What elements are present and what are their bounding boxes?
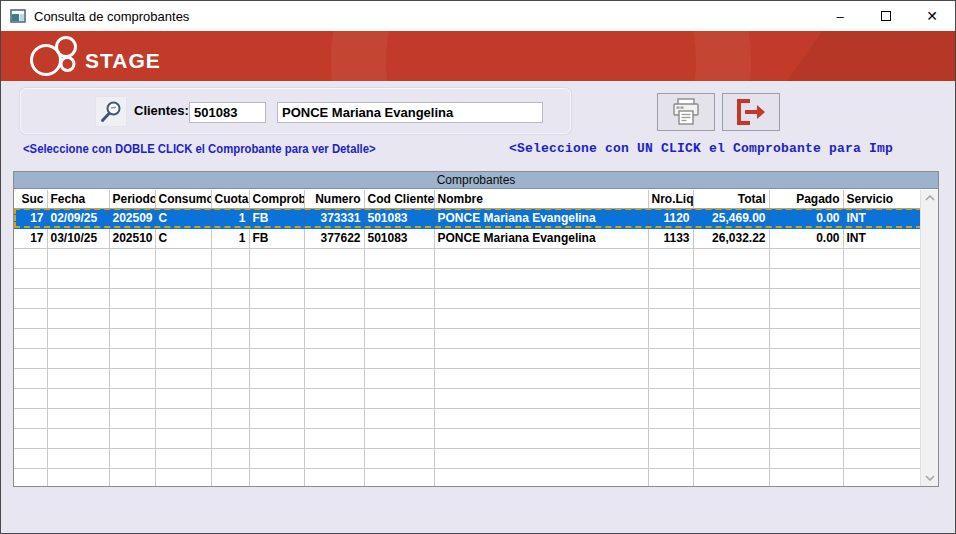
grid-cell[interactable]: 373331 (304, 208, 364, 228)
grid-cell[interactable] (109, 428, 155, 448)
grid-cell[interactable] (211, 328, 249, 348)
grid-empty-row[interactable] (14, 308, 920, 328)
grid-cell[interactable] (648, 448, 693, 468)
grid-empty-row[interactable] (14, 388, 920, 408)
grid-cell[interactable] (434, 348, 648, 368)
grid-cell[interactable] (843, 248, 920, 268)
grid-cell[interactable] (364, 468, 434, 486)
grid-row[interactable]: 1702/09/25202509C1FB373331501083PONCE Ma… (14, 208, 920, 228)
client-code-input[interactable] (189, 102, 266, 123)
grid-cell[interactable]: 1120 (648, 208, 693, 228)
grid-cell[interactable] (249, 368, 304, 388)
grid-cell[interactable]: 202510 (109, 228, 155, 248)
grid-cell[interactable] (155, 288, 211, 308)
grid-cell[interactable]: 0.00 (769, 208, 843, 228)
grid-cell[interactable] (434, 428, 648, 448)
grid-cell[interactable] (47, 448, 109, 468)
grid-cell[interactable] (434, 468, 648, 486)
grid-cell[interactable] (249, 308, 304, 328)
grid-cell[interactable] (769, 468, 843, 486)
chevron-up-icon[interactable] (921, 190, 939, 206)
grid-cell[interactable] (843, 388, 920, 408)
grid-cell[interactable] (693, 308, 769, 328)
grid-cell[interactable] (47, 368, 109, 388)
grid-cell[interactable] (14, 368, 47, 388)
grid-cell[interactable] (155, 428, 211, 448)
grid-cell[interactable] (249, 288, 304, 308)
grid-cell[interactable] (47, 468, 109, 486)
grid-cell[interactable] (109, 388, 155, 408)
grid-cell[interactable] (843, 368, 920, 388)
exit-button[interactable] (722, 93, 780, 131)
grid-cell[interactable]: PONCE Mariana Evangelina (434, 208, 648, 228)
grid-cell[interactable] (304, 248, 364, 268)
grid-cell[interactable] (769, 408, 843, 428)
grid-cell[interactable] (648, 428, 693, 448)
grid-cell[interactable] (211, 288, 249, 308)
grid-cell[interactable]: INT (843, 228, 920, 248)
grid-cell[interactable] (211, 448, 249, 468)
grid-cell[interactable] (304, 408, 364, 428)
grid-cell[interactable] (364, 388, 434, 408)
grid-cell[interactable] (769, 248, 843, 268)
grid-cell[interactable] (648, 288, 693, 308)
grid-empty-row[interactable] (14, 288, 920, 308)
grid-cell[interactable] (304, 428, 364, 448)
grid-cell[interactable] (648, 388, 693, 408)
grid-cell[interactable] (249, 408, 304, 428)
grid-cell[interactable] (648, 308, 693, 328)
grid-cell[interactable] (843, 328, 920, 348)
grid-cell[interactable] (47, 308, 109, 328)
grid-cell[interactable] (364, 268, 434, 288)
grid-cell[interactable] (769, 348, 843, 368)
grid-cell[interactable] (155, 448, 211, 468)
grid-cell[interactable] (648, 248, 693, 268)
grid-cell[interactable] (47, 248, 109, 268)
grid-cell[interactable] (47, 348, 109, 368)
grid-cell[interactable] (769, 308, 843, 328)
grid-cell[interactable] (693, 448, 769, 468)
grid-cell[interactable] (364, 428, 434, 448)
grid-cell[interactable] (648, 408, 693, 428)
grid-empty-row[interactable] (14, 268, 920, 288)
grid-cell[interactable]: 377622 (304, 228, 364, 248)
grid-cell[interactable]: 501083 (364, 228, 434, 248)
grid-cell[interactable] (211, 308, 249, 328)
close-icon[interactable]: ✕ (909, 1, 955, 31)
grid-cell[interactable] (364, 408, 434, 428)
grid-cell[interactable] (434, 408, 648, 428)
grid-cell[interactable]: FB (249, 208, 304, 228)
vertical-scrollbar[interactable] (920, 190, 938, 486)
print-button[interactable] (657, 93, 715, 131)
grid-empty-row[interactable] (14, 368, 920, 388)
grid-cell[interactable]: 1 (211, 208, 249, 228)
grid-cell[interactable] (693, 468, 769, 486)
grid-cell[interactable]: 17 (14, 228, 47, 248)
grid-cell[interactable]: INT (843, 208, 920, 228)
minimize-icon[interactable]: – (817, 1, 863, 31)
grid-cell[interactable]: 17 (14, 208, 47, 228)
grid-cell[interactable] (14, 448, 47, 468)
grid-cell[interactable] (14, 288, 47, 308)
grid-cell[interactable]: 02/09/25 (47, 208, 109, 228)
grid-cell[interactable] (155, 368, 211, 388)
grid-cell[interactable] (843, 348, 920, 368)
grid-cell[interactable] (14, 408, 47, 428)
grid-cell[interactable] (14, 348, 47, 368)
grid-cell[interactable] (47, 428, 109, 448)
grid-cell[interactable] (693, 328, 769, 348)
grid-row[interactable]: 1703/10/25202510C1FB377622501083PONCE Ma… (14, 228, 920, 248)
grid-cell[interactable] (109, 348, 155, 368)
grid-cell[interactable] (648, 368, 693, 388)
grid-empty-row[interactable] (14, 428, 920, 448)
grid-cell[interactable] (109, 268, 155, 288)
grid-cell[interactable] (109, 448, 155, 468)
grid-cell[interactable] (14, 308, 47, 328)
grid-cell[interactable] (155, 308, 211, 328)
grid-cell[interactable] (304, 368, 364, 388)
grid-cell[interactable]: 1133 (648, 228, 693, 248)
grid-cell[interactable] (155, 248, 211, 268)
grid-cell[interactable] (304, 448, 364, 468)
grid-cell[interactable] (693, 268, 769, 288)
grid-cell[interactable]: PONCE Mariana Evangelina (434, 228, 648, 248)
